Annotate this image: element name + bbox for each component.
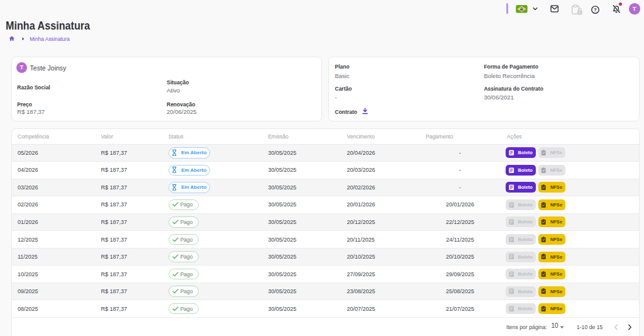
svg-text:?: ? — [594, 7, 597, 13]
